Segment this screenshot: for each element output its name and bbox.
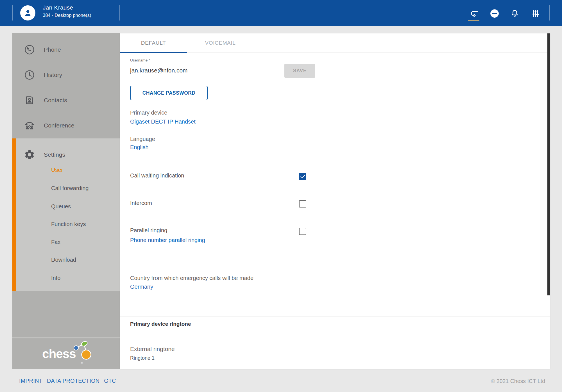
user-name: Jan Krause — [43, 4, 91, 11]
sidebar-item-settings[interactable]: Settings — [12, 149, 120, 161]
avatar — [20, 5, 35, 20]
intercom-label: Intercom — [130, 200, 152, 206]
external-ringtone-value[interactable]: Ringtone 1 — [130, 355, 155, 361]
app-window: Jan Krause 384 - Desktop phone(s) — [0, 0, 562, 392]
primary-device-label: Primary device — [130, 110, 167, 116]
active-section-indicator — [12, 138, 16, 291]
tab-default[interactable]: DEFAULT — [120, 33, 187, 53]
username-input[interactable]: jan.krause@nfon.com — [130, 67, 280, 74]
sidebar-lower-section — [12, 291, 120, 338]
parallel-ringing-checkbox[interactable] — [299, 228, 306, 235]
sidebar: Phone History — [12, 33, 120, 369]
audio-settings-button[interactable] — [529, 7, 542, 20]
call-waiting-checkbox[interactable] — [299, 173, 306, 180]
do-not-disturb-icon — [490, 9, 499, 18]
sidebar-subitem-user[interactable]: User — [51, 166, 113, 174]
bell-icon — [510, 9, 519, 18]
call-redirect-button[interactable] — [467, 7, 480, 20]
tab-voicemail[interactable]: VOICEMAIL — [187, 33, 254, 53]
language-label: Language — [130, 136, 155, 142]
change-password-button[interactable]: CHANGE PASSWORD — [130, 86, 208, 100]
registered-mark: ® — [81, 361, 83, 365]
sliders-icon — [531, 9, 540, 18]
scrollbar[interactable] — [547, 33, 550, 295]
gear-icon — [24, 149, 35, 161]
user-extension: 384 - Desktop phone(s) — [43, 12, 91, 19]
redirect-active-indicator — [468, 20, 479, 21]
ringtone-section-title: Primary device ringtone — [130, 321, 191, 327]
sidebar-item-label: Settings — [44, 151, 65, 158]
user-meta: Jan Krause 384 - Desktop phone(s) — [43, 4, 91, 19]
copyright: © 2021 Chess ICT Ltd — [491, 378, 545, 384]
do-not-disturb-button[interactable] — [488, 7, 501, 20]
topbar-divider — [12, 5, 13, 20]
sidebar-settings-section — [12, 138, 120, 291]
chess-logo: chess ® — [12, 338, 120, 369]
conference-icon — [24, 120, 35, 131]
save-button[interactable]: SAVE — [284, 64, 315, 78]
history-clock-icon — [24, 69, 35, 81]
emergency-country-label: Country from which emergency calls will … — [130, 275, 253, 281]
sidebar-logo-block: chess ® — [12, 338, 120, 369]
sidebar-item-conference[interactable]: Conference — [12, 119, 120, 132]
language-link[interactable]: English — [130, 144, 149, 151]
chess-logo-text: chess — [42, 347, 76, 361]
intercom-checkbox[interactable] — [299, 200, 306, 208]
sidebar-subitem-fax[interactable]: Fax — [51, 238, 113, 246]
sidebar-subitem-function-keys[interactable]: Function keys — [51, 220, 113, 228]
sidebar-item-contacts[interactable]: Contacts — [12, 94, 120, 106]
sidebar-item-phone[interactable]: Phone — [12, 44, 120, 56]
parallel-ringing-label: Parallel ringing — [130, 227, 167, 234]
tabbar: DEFAULT VOICEMAIL — [120, 33, 550, 53]
primary-device-link[interactable]: Gigaset DECT IP Handset — [130, 118, 196, 125]
parallel-ringing-link[interactable]: Phone number parallel ringing — [130, 237, 205, 243]
chess-logo-molecule-icon — [71, 339, 96, 363]
sidebar-item-history[interactable]: History — [12, 69, 120, 81]
settings-user-panel: DEFAULT VOICEMAIL Username * jan.krause@… — [120, 33, 550, 369]
user-icon — [23, 8, 33, 18]
section-divider — [120, 316, 550, 317]
sidebar-subitem-download[interactable]: Download — [51, 256, 113, 264]
topbar-divider — [549, 5, 550, 20]
notifications-button[interactable] — [508, 7, 521, 20]
phone-icon — [24, 44, 35, 56]
external-ringtone-label: External ringtone — [130, 346, 175, 352]
sidebar-item-label: History — [44, 72, 62, 78]
sidebar-item-label: Phone — [44, 46, 61, 53]
call-waiting-label: Call waiting indication — [130, 172, 184, 179]
sidebar-item-label: Conference — [44, 122, 74, 129]
sidebar-subitem-call-forwarding[interactable]: Call forwarding — [51, 184, 113, 192]
username-label: Username * — [130, 58, 150, 62]
topbar: Jan Krause 384 - Desktop phone(s) — [0, 0, 562, 26]
username-input-underline — [130, 77, 280, 77]
sidebar-subitem-info[interactable]: Info — [51, 274, 113, 282]
footer-links: IMPRINT DATA PROTECTION GTC — [19, 378, 116, 384]
sidebar-nav-section: Phone History — [12, 33, 120, 138]
footer-link-gtc[interactable]: GTC — [104, 378, 116, 384]
sidebar-item-label: Contacts — [44, 97, 67, 104]
emergency-country-link[interactable]: Germany — [130, 284, 153, 290]
sidebar-subitem-queues[interactable]: Queues — [51, 202, 113, 211]
footer-link-data-protection[interactable]: DATA PROTECTION — [47, 378, 99, 384]
topbar-divider — [119, 5, 120, 20]
contacts-icon — [24, 94, 35, 106]
redirect-icon — [468, 9, 479, 18]
footer-link-imprint[interactable]: IMPRINT — [19, 378, 42, 384]
